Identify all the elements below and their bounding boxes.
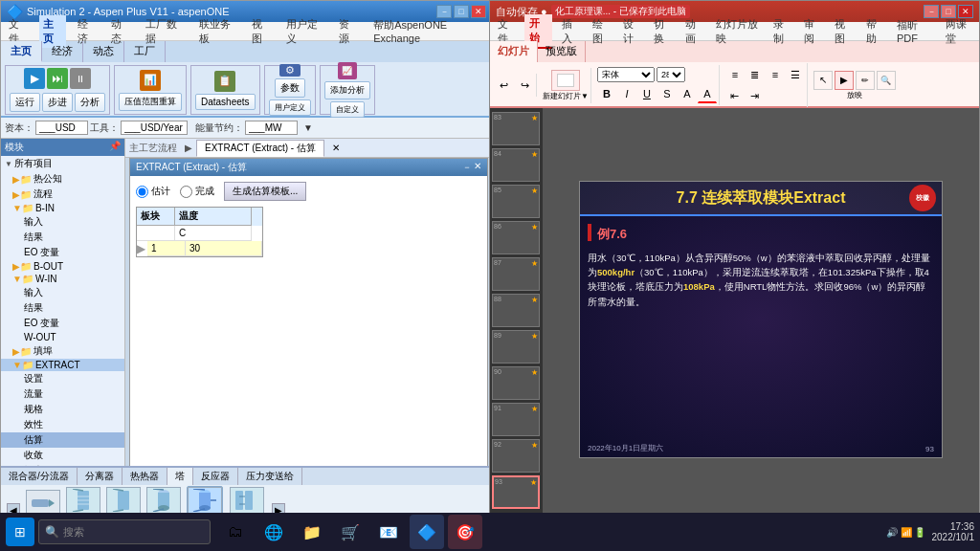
ppt-menu-slideshow[interactable]: 幻灯片放映 bbox=[712, 15, 764, 48]
tool-input[interactable] bbox=[121, 121, 188, 135]
td-stage-1[interactable]: 1 bbox=[147, 241, 186, 256]
tree-b-in-eo[interactable]: EO 变量 bbox=[1, 245, 124, 260]
comp-tab-reactor[interactable]: 反应器 bbox=[193, 468, 238, 485]
radio-estimate-input[interactable] bbox=[136, 186, 148, 198]
tree-b-in-result[interactable]: 结果 bbox=[1, 230, 124, 245]
aspen-menu-business[interactable]: 联业务板 bbox=[195, 15, 241, 48]
aspen-define-btn[interactable]: 用户定义 bbox=[269, 99, 311, 116]
tree-extract[interactable]: ▼📁 EXTRACT bbox=[1, 359, 124, 371]
strikethrough-btn[interactable]: S bbox=[657, 84, 677, 103]
tree-w-in-input[interactable]: 输入 bbox=[1, 285, 124, 300]
bullet-btn[interactable]: ☰ bbox=[786, 65, 805, 84]
present-btn[interactable]: ▶ bbox=[835, 71, 854, 90]
taskbar-search[interactable]: 🔍 搜索 bbox=[38, 519, 211, 544]
underline-btn[interactable]: U bbox=[637, 84, 657, 103]
slide-thumb-83[interactable]: 83 ★ bbox=[492, 112, 540, 145]
slide-thumb-85[interactable]: 85 ★ bbox=[492, 185, 540, 218]
panel-pin-btn[interactable]: 📌 bbox=[109, 141, 121, 154]
ppt-menu-draw[interactable]: 绘图 bbox=[589, 15, 613, 48]
aspen-datasheet-btn[interactable]: Datasheets bbox=[195, 94, 256, 110]
aspen-menu-custom[interactable]: 用户定义 bbox=[282, 15, 328, 48]
tree-b-out[interactable]: ▶📁 B-OUT bbox=[1, 260, 124, 273]
ppt-menu-record[interactable]: 录制 bbox=[769, 15, 794, 48]
slide-thumb-89[interactable]: 89 ★ bbox=[492, 330, 540, 364]
ppt-menu-class[interactable]: 两课堂 bbox=[942, 15, 975, 48]
tree-extract-eff[interactable]: 效性 bbox=[1, 417, 124, 432]
aspen-tab-home[interactable]: 主页 bbox=[1, 41, 42, 62]
shadow-btn[interactable]: A bbox=[678, 84, 697, 103]
align-left-btn[interactable]: ≡ bbox=[725, 65, 745, 84]
ppt-menu-switch[interactable]: 切换 bbox=[650, 15, 675, 48]
ppt-menu-view[interactable]: 视图 bbox=[831, 15, 856, 48]
aspen-analysis-btn[interactable]: 分析 bbox=[75, 93, 105, 112]
radio-estimate[interactable]: 估计 bbox=[136, 185, 170, 198]
slide-thumb-90[interactable]: 90 ★ bbox=[492, 366, 540, 400]
aspen-param-btn[interactable]: 参数 bbox=[275, 78, 305, 98]
slide-thumb-88[interactable]: 88 ★ bbox=[492, 294, 540, 327]
aspen-menu-resources[interactable]: 资源 bbox=[335, 15, 362, 48]
draw-btn[interactable]: ✏ bbox=[856, 71, 875, 90]
comp-tab-exchanger[interactable]: 热热器 bbox=[122, 468, 167, 485]
taskbar-app-files[interactable]: 🗂 bbox=[218, 515, 253, 549]
tree-extract-setup[interactable]: 设置 bbox=[1, 371, 124, 386]
energy-input[interactable] bbox=[245, 121, 298, 135]
slide-thumb-84[interactable]: 84 ★ bbox=[492, 148, 540, 182]
new-slide-btn[interactable]: 新建幻灯片▼ bbox=[543, 91, 589, 101]
aspen-subtab-extract[interactable]: EXTRACT (Extract) - 估算 bbox=[196, 140, 324, 157]
td-temp-1[interactable]: 30 bbox=[186, 241, 262, 256]
align-center-btn[interactable]: ≣ bbox=[746, 65, 765, 84]
increase-indent-btn[interactable]: ⇥ bbox=[746, 86, 765, 105]
capital-input[interactable] bbox=[35, 121, 88, 135]
panel-minimize[interactable]: － bbox=[462, 161, 472, 174]
aspen-menu-exchange[interactable]: 帮助AspenONE Exchange bbox=[369, 16, 488, 46]
tree-extract-estimate[interactable]: 估算 bbox=[1, 432, 124, 448]
aspen-step-btn[interactable]: 步进 bbox=[42, 93, 73, 112]
aspen-menu-view[interactable]: 视图 bbox=[248, 15, 275, 48]
bold-btn[interactable]: B bbox=[597, 84, 616, 103]
ppt-undo-btn[interactable]: ↩ bbox=[494, 76, 513, 95]
aspen-run-btn[interactable]: 运行 bbox=[10, 93, 40, 112]
ppt-menu-animation[interactable]: 动画 bbox=[681, 15, 706, 48]
slide-canvas[interactable]: 7.7 连续萃取模块Extract 校徽 例7.6 用水（30℃，110kPa）… bbox=[579, 181, 943, 458]
decrease-indent-btn[interactable]: ⇤ bbox=[725, 86, 745, 105]
search-replace-btn[interactable]: 🔍 bbox=[877, 71, 896, 90]
comp-tab-tower[interactable]: 塔 bbox=[167, 468, 193, 485]
font-family-select[interactable]: 宋体 bbox=[597, 67, 655, 82]
taskbar-app-mail[interactable]: 📧 bbox=[371, 515, 406, 549]
tree-w-in-eo[interactable]: EO 变量 bbox=[1, 316, 124, 331]
font-color-btn[interactable]: A bbox=[698, 84, 717, 103]
tree-extract-conv[interactable]: 收敛 bbox=[1, 448, 124, 463]
tree-hotknow[interactable]: ▶📁 热公知 bbox=[1, 171, 124, 187]
taskbar-clock[interactable]: 17:36 2022/10/1 bbox=[932, 521, 975, 542]
ppt-menu-help[interactable]: 帮助 bbox=[862, 15, 887, 48]
start-button[interactable]: ⊞ bbox=[6, 518, 34, 546]
align-right-btn[interactable]: ≡ bbox=[766, 65, 785, 84]
slide-thumb-91[interactable]: 91 ★ bbox=[492, 403, 540, 436]
ppt-tab-view[interactable]: 预览版 bbox=[538, 41, 586, 62]
comp-tab-pressure[interactable]: 压力变送给 bbox=[238, 468, 302, 485]
slide-thumb-87[interactable]: 87 ★ bbox=[492, 257, 540, 291]
slide-thumb-86[interactable]: 86 ★ bbox=[492, 221, 540, 254]
tree-w-in[interactable]: ▼📁 W-IN bbox=[1, 273, 124, 285]
slide-thumb-92[interactable]: 92 ★ bbox=[492, 439, 540, 473]
taskbar-app-ppt[interactable]: 🎯 bbox=[448, 515, 482, 549]
energy-expand-btn[interactable]: ▼ bbox=[303, 122, 313, 133]
tree-fill[interactable]: ▶📁 填埠 bbox=[1, 343, 124, 359]
panel-close[interactable]: ✕ bbox=[474, 161, 481, 174]
taskbar-app-store[interactable]: 🛒 bbox=[333, 515, 368, 549]
comp-tab-separator[interactable]: 分离器 bbox=[78, 468, 122, 485]
aspen-tab-eco[interactable]: 经济 bbox=[42, 41, 83, 62]
taskbar-app-browser[interactable]: 🌐 bbox=[256, 515, 291, 549]
tree-extract-flow[interactable]: 流量 bbox=[1, 386, 124, 402]
tree-all-items[interactable]: ▼ 所有项目 bbox=[1, 156, 124, 171]
tree-process[interactable]: ▶📁 流程 bbox=[1, 187, 124, 202]
ppt-menu-foxitpdf[interactable]: 福昕PDF bbox=[893, 16, 936, 46]
select-tool[interactable]: ↖ bbox=[813, 71, 833, 90]
italic-btn[interactable]: I bbox=[617, 84, 636, 103]
subtab-close[interactable]: ✕ bbox=[332, 143, 340, 153]
tree-extract-spec[interactable]: 规格 bbox=[1, 402, 124, 417]
aspen-customanalysis-btn[interactable]: 自定义 bbox=[330, 101, 365, 118]
tree-b-in-input[interactable]: 输入 bbox=[1, 214, 124, 230]
ppt-menu-design[interactable]: 设计 bbox=[619, 15, 644, 48]
aspen-addanalysis-btn[interactable]: 添加分析 bbox=[324, 81, 370, 99]
